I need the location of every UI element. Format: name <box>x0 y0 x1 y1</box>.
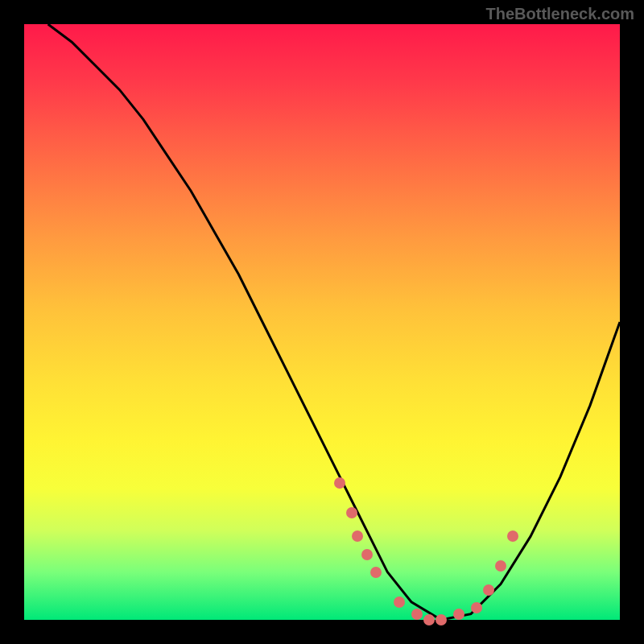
scatter-point <box>453 609 464 620</box>
scatter-point <box>394 597 405 608</box>
chart-plot-area <box>24 24 620 620</box>
scatter-point <box>352 530 363 542</box>
scatter-point <box>507 530 518 542</box>
scatter-point <box>483 584 494 596</box>
scatter-point <box>334 477 345 489</box>
scatter-point <box>346 507 357 518</box>
scatter-point <box>471 602 482 613</box>
scatter-point <box>411 609 423 620</box>
scatter-point <box>370 567 382 578</box>
watermark-text: TheBottleneck.com <box>486 5 634 23</box>
scatter-point <box>423 614 435 625</box>
scatter-point <box>361 549 373 560</box>
scatter-point <box>436 614 447 625</box>
scatter-point <box>495 560 506 572</box>
bottleneck-curve <box>24 24 620 620</box>
